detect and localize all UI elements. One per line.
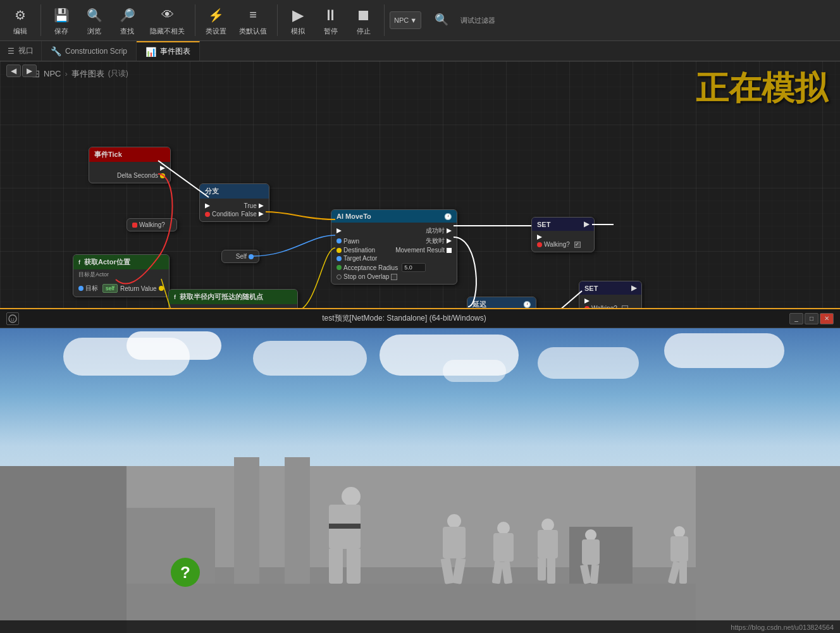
pause-icon: ⏸ bbox=[321, 5, 341, 25]
node-self[interactable]: Self bbox=[221, 250, 259, 263]
browse-label: 浏览 bbox=[87, 27, 101, 36]
clock-icon1: 🕐 bbox=[444, 213, 452, 220]
save-label: 保存 bbox=[54, 27, 68, 36]
node-set2[interactable]: SET ▶ Walking? bbox=[579, 281, 642, 308]
toolbar-save[interactable]: 💾 保存 bbox=[46, 3, 77, 39]
set1-header: SET ▶ bbox=[532, 218, 594, 231]
delay-label: 延迟 bbox=[472, 300, 486, 308]
cloud2 bbox=[127, 331, 221, 360]
pawn-label: Pawn bbox=[343, 238, 359, 245]
get-actor-sub: 目标是Actor bbox=[73, 269, 169, 280]
simulate-label: 模拟 bbox=[291, 27, 305, 36]
npc-dropdown[interactable]: NPC ▼ bbox=[390, 11, 421, 29]
character4 bbox=[538, 519, 558, 584]
get-actor-location-label: 获取Actor位置 bbox=[84, 257, 130, 267]
defaults-label: 类默认值 bbox=[239, 27, 267, 36]
minimize-button[interactable]: _ bbox=[789, 313, 803, 324]
branch-label: 分支 bbox=[205, 187, 219, 196]
building-right bbox=[739, 466, 840, 633]
branch-body: True Condition False bbox=[200, 199, 269, 221]
defaults-icon: ≡ bbox=[243, 5, 263, 25]
set2-header: SET ▶ bbox=[579, 281, 641, 295]
target-label: 目标 bbox=[85, 284, 98, 293]
mvresult-pin bbox=[447, 248, 452, 253]
ai-exec-in bbox=[337, 228, 342, 233]
viewport-toggle[interactable]: ☰ 视口 bbox=[0, 41, 42, 61]
self-out-pin bbox=[249, 254, 254, 259]
viewport-icon: ☰ bbox=[8, 47, 15, 56]
breadcrumb-readonly: (只读) bbox=[108, 68, 128, 79]
toolbar-class-settings[interactable]: ⚡ 类设置 bbox=[201, 3, 232, 39]
save-icon: 💾 bbox=[51, 5, 71, 25]
toolbar-find[interactable]: 🔎 查找 bbox=[112, 3, 142, 39]
self-badge: self bbox=[102, 284, 118, 293]
set1-walking-pin bbox=[537, 242, 542, 247]
nav-back[interactable]: ◀ bbox=[6, 65, 21, 77]
stop-overlap-checkbox[interactable] bbox=[391, 274, 397, 280]
target-pin bbox=[78, 286, 83, 291]
ground-area: ? bbox=[0, 466, 840, 633]
node-event-tick[interactable]: 事件Tick Delta Seconds bbox=[89, 147, 171, 183]
accept-radius-input[interactable] bbox=[402, 263, 426, 272]
fail-label: 失败时 bbox=[426, 237, 445, 245]
set1-walking-label: Walking? bbox=[544, 241, 570, 248]
ai-success-label: 成功时 bbox=[426, 226, 445, 235]
node-walking-bool[interactable]: Walking? bbox=[127, 218, 177, 231]
random-point-header: f 获取半径内可抵达的随机点 bbox=[169, 290, 297, 304]
find-label: 查找 bbox=[120, 27, 134, 36]
node-branch[interactable]: 分支 True Condition False bbox=[199, 183, 269, 222]
node-ai-moveto[interactable]: AI MoveTo 🕐 成功时 Pawn bbox=[331, 209, 457, 285]
window-buttons: _ □ ✕ bbox=[789, 313, 834, 324]
tab-event-graph[interactable]: 📊 事件图表 bbox=[137, 41, 200, 61]
url-label: https://blog.csdn.net/u013824564 bbox=[731, 624, 834, 631]
toolbar-hide[interactable]: 👁 隐藏不相关 bbox=[145, 3, 190, 39]
divider1 bbox=[40, 4, 41, 36]
preview-window: U test预览[NetMode: Standalone] (64-bit/Wi… bbox=[0, 308, 840, 633]
branch-true-label: True bbox=[244, 202, 257, 209]
target-actor-pin bbox=[337, 256, 342, 261]
close-button[interactable]: ✕ bbox=[820, 313, 834, 324]
tab-construction-script[interactable]: 🔧 Construction Scrip bbox=[42, 41, 137, 61]
toolbar-stop[interactable]: ⏹ 停止 bbox=[349, 3, 379, 39]
toolbar-edit[interactable]: ⚙ 编辑 bbox=[5, 3, 35, 39]
node-delay[interactable]: 延迟 🕐 Completed Duration bbox=[467, 297, 536, 308]
accept-radius-label: Acceptance Radius bbox=[343, 264, 398, 271]
pawn-pin bbox=[337, 238, 342, 243]
statusbar: https://blog.csdn.net/u013824564 bbox=[0, 620, 840, 633]
maximize-button[interactable]: □ bbox=[805, 313, 818, 324]
pillar1 bbox=[234, 457, 259, 584]
cloud6 bbox=[664, 333, 784, 368]
node-set1[interactable]: SET ▶ Walking? ✓ bbox=[531, 217, 595, 252]
condition-pin bbox=[205, 212, 210, 217]
stop-icon: ⏹ bbox=[354, 5, 374, 25]
search-icon: 🔍 bbox=[431, 9, 452, 30]
toolbar-pause[interactable]: ⏸ 暂停 bbox=[316, 3, 346, 39]
preview-viewport[interactable]: ? https://blog.csdn.net/u013824564 bbox=[0, 328, 840, 633]
node-get-random-point[interactable]: f 获取半径内可抵达的随机点 Origin Random Location Ra… bbox=[168, 289, 298, 308]
target-actor-label: Target Actor bbox=[343, 255, 377, 262]
nav-forward[interactable]: ▶ bbox=[22, 65, 37, 77]
preview-titlebar: U test预览[NetMode: Standalone] (64-bit/Wi… bbox=[0, 309, 840, 328]
hide-label: 隐藏不相关 bbox=[150, 27, 185, 36]
node-get-actor-location[interactable]: f 获取Actor位置 目标是Actor 目标 self Return Valu… bbox=[73, 254, 170, 297]
toolbar-defaults[interactable]: ≡ 类默认值 bbox=[234, 3, 272, 39]
class-settings-icon: ⚡ bbox=[206, 5, 226, 25]
toolbar-simulate[interactable]: ▶ 模拟 bbox=[283, 3, 313, 39]
divider2 bbox=[195, 4, 195, 36]
branch-exec-out bbox=[259, 204, 264, 209]
building-left bbox=[0, 466, 127, 633]
find-icon: 🔎 bbox=[117, 5, 137, 25]
false-exec-pin bbox=[259, 212, 264, 217]
toolbar-search[interactable]: 🔍 bbox=[426, 7, 457, 34]
character5 bbox=[582, 529, 600, 584]
condition-label: Condition bbox=[212, 211, 238, 218]
breadcrumb-sep1: › bbox=[65, 69, 67, 78]
viewport-label: 视口 bbox=[18, 46, 34, 56]
set1-checkbox[interactable]: ✓ bbox=[574, 242, 581, 248]
event-graph-label: 事件图表 bbox=[160, 46, 190, 57]
breadcrumb-npc: NPC bbox=[44, 69, 61, 78]
construction-label: Construction Scrip bbox=[65, 47, 127, 56]
toolbar-browse[interactable]: 🔍 浏览 bbox=[79, 3, 109, 39]
blueprint-area[interactable]: ◀ ▶ ⊞ NPC › 事件图表 (只读) 正在模拟 bbox=[0, 61, 840, 308]
cloud5 bbox=[538, 347, 639, 379]
